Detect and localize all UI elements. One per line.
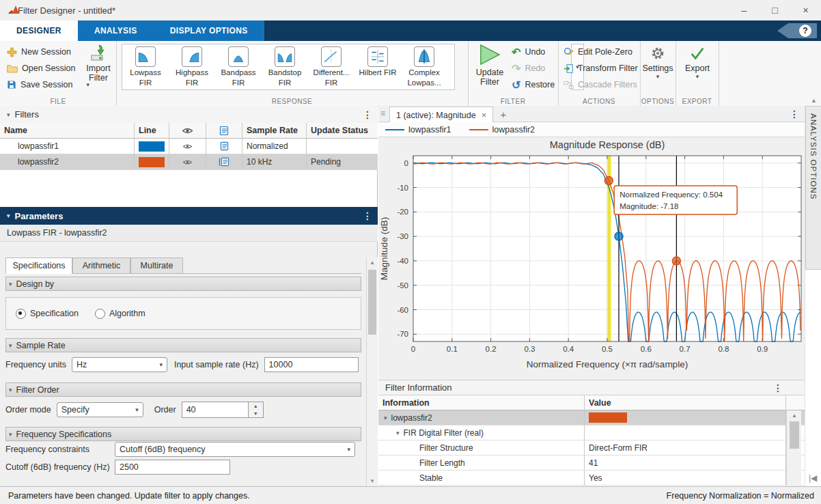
filter-order-title: Filter Order: [16, 385, 59, 395]
line-color-swatch[interactable]: [139, 141, 165, 152]
annotation-cell[interactable]: [206, 154, 242, 170]
frequency-specs-header[interactable]: ▾ Frequency Specifications: [5, 427, 361, 441]
update-filter-button[interactable]: Update Filter: [472, 44, 507, 87]
svg-text:-10: -10: [397, 184, 408, 192]
filters-collapse-icon[interactable]: ▾: [7, 111, 10, 118]
info-row-lowpassfir2[interactable]: ▾ lowpassfir2: [378, 410, 805, 425]
new-session-button[interactable]: New Session: [7, 45, 71, 59]
line-color-cell[interactable]: [135, 139, 169, 154]
update-filter-icon: [478, 44, 501, 66]
svg-text:0.7: 0.7: [680, 345, 691, 353]
radio-algorithm[interactable]: Algorithm: [95, 309, 145, 319]
filter-name: lowpassfir1: [0, 139, 135, 154]
open-session-button[interactable]: Open Session: [7, 61, 76, 75]
frequency-constraints-row: Frequency constraints Cutoff (6dB) frequ…: [5, 445, 361, 454]
scroll-up-icon[interactable]: ▲: [367, 257, 378, 268]
filter-row-lowpassfir1[interactable]: lowpassfir1 Normalized: [0, 139, 378, 154]
filter-order-header[interactable]: ▾ Filter Order: [5, 382, 361, 397]
close-tab-icon[interactable]: ×: [482, 110, 487, 120]
tab-analysis[interactable]: ANALYSIS: [78, 20, 154, 41]
close-icon: ×: [803, 5, 808, 16]
gallery-item-differentiator-fir[interactable]: Different... FIR: [308, 44, 354, 88]
undo-button[interactable]: ↶ Undo: [512, 45, 545, 59]
gallery-item-bandpass-fir[interactable]: Bandpass FIR: [215, 44, 262, 88]
filter-info-menu-icon[interactable]: ⋮: [773, 382, 783, 393]
cutoff-frequency-field[interactable]: 2500: [115, 460, 230, 475]
settings-button[interactable]: Settings ▾: [641, 45, 674, 80]
restore-button[interactable]: ↺ Restore: [512, 78, 555, 92]
panel-grip-icon[interactable]: ≡: [380, 109, 385, 118]
dock-left-icon[interactable]: |◀: [809, 473, 817, 483]
tab-display-options[interactable]: DISPLAY OPTIONS: [154, 20, 264, 41]
gallery-item-hilbert-fir[interactable]: Hilbert FIR: [354, 44, 401, 88]
transform-filter-button[interactable]: Transform Filter: [563, 61, 638, 75]
parameters-collapse-icon[interactable]: ▾: [7, 212, 10, 219]
svg-text:0.5: 0.5: [602, 345, 613, 353]
svg-text:Magnitude: -7.18: Magnitude: -7.18: [620, 202, 678, 210]
close-button[interactable]: ×: [790, 0, 821, 20]
tab-designer[interactable]: DESIGNER: [0, 20, 78, 41]
info-row-filter-structure[interactable]: Filter Structure Direct-Form FIR: [378, 440, 805, 456]
visibility-cell[interactable]: [169, 139, 206, 154]
update-filter-label1: Update: [472, 68, 507, 77]
import-filter-button[interactable]: Import Filter: [82, 44, 115, 83]
gallery-item-lowpass-fir[interactable]: Lowpass FIR: [122, 44, 169, 88]
gallery-item-complex-lowpass[interactable]: Complex Lowpas...: [401, 44, 447, 88]
annotation-cell[interactable]: [206, 139, 242, 154]
parameters-menu-icon[interactable]: ⋮: [363, 210, 372, 221]
save-session-button[interactable]: Save Session ▾: [7, 78, 89, 92]
help-button[interactable]: ?: [777, 23, 817, 38]
design-by-header[interactable]: ▾ Design by: [5, 277, 361, 291]
order-field[interactable]: 40: [182, 402, 249, 418]
plot-tab-bar: ≡ 1 (active): Magnitude × + ⋮: [378, 106, 805, 122]
svg-text:-60: -60: [397, 306, 408, 314]
input-sample-rate-field[interactable]: 10000: [264, 357, 359, 372]
scroll-up-icon[interactable]: ▲: [787, 410, 802, 421]
tree-expand-icon[interactable]: ▾: [396, 430, 400, 436]
scrollbar-thumb[interactable]: [790, 421, 799, 449]
edit-pole-zero-button[interactable]: Edit Pole-Zero: [563, 45, 632, 59]
analysis-options-tab[interactable]: ANALYSIS OPTIONS: [805, 106, 821, 270]
tab-arithmetic[interactable]: Arithmetic: [72, 257, 130, 274]
design-by-title: Design by: [16, 279, 55, 289]
scroll-down-icon[interactable]: ▼: [367, 476, 378, 486]
info-label-cell: ▾ FIR Digital Filter (real): [378, 425, 585, 440]
info-row-stable[interactable]: Stable Yes: [378, 471, 805, 486]
cascade-filters-button[interactable]: Cascade Filters: [563, 78, 637, 92]
radio-specification[interactable]: Specification: [16, 309, 79, 319]
parameters-scrollbar[interactable]: ▲ ▼: [366, 257, 378, 486]
gallery-item-bandstop-fir[interactable]: Bandstop FIR: [262, 44, 308, 88]
spinner-up-icon[interactable]: ▲: [249, 402, 263, 410]
order-mode-dropdown[interactable]: Specify ▾: [57, 402, 143, 417]
frequency-units-dropdown[interactable]: Hz ▾: [72, 357, 167, 372]
order-label: Order: [154, 405, 176, 415]
visibility-cell[interactable]: [169, 154, 206, 170]
magnitude-response-chart[interactable]: 00.10.20.30.40.50.60.70.80.90-10-20-30-4…: [378, 137, 805, 380]
sample-rate-header[interactable]: ▾ Sample Rate: [5, 338, 361, 352]
filters-menu-icon[interactable]: ⋮: [363, 109, 372, 120]
tab-multirate[interactable]: Multirate: [130, 257, 183, 274]
info-row-fir-digital-filter[interactable]: ▾ FIR Digital Filter (real): [378, 425, 805, 440]
gallery-item-highpass-fir[interactable]: Highpass FIR: [169, 44, 215, 88]
col-update-status: Update Status: [307, 123, 378, 139]
tab-specifications[interactable]: Specifications: [5, 257, 72, 274]
ribbon-collapse-icon[interactable]: ▲: [811, 97, 817, 104]
add-plot-tab-button[interactable]: +: [496, 107, 511, 121]
export-button[interactable]: Export ▾: [681, 45, 714, 80]
info-row-filter-length[interactable]: Filter Length 41: [378, 456, 805, 471]
filter-row-lowpassfir2[interactable]: lowpassfir2 10 kHz Pending: [0, 154, 378, 170]
scrollbar-thumb[interactable]: [368, 270, 376, 335]
matlab-logo-icon: [8, 5, 20, 18]
line-color-cell[interactable]: [135, 154, 169, 170]
plot-menu-icon[interactable]: ⋮: [790, 109, 799, 120]
minimize-button[interactable]: –: [729, 0, 760, 20]
svg-text:0: 0: [411, 345, 415, 353]
tree-expand-icon[interactable]: ▾: [384, 415, 387, 421]
plot-tab-magnitude[interactable]: 1 (active): Magnitude ×: [389, 107, 493, 123]
line-color-swatch[interactable]: [139, 157, 165, 167]
maximize-button[interactable]: □: [760, 0, 790, 20]
frequency-constraints-dropdown[interactable]: Cutoff (6dB) frequency ▾: [115, 442, 355, 457]
redo-button[interactable]: ↷ Redo: [512, 61, 545, 75]
edit-pole-zero-label: Edit Pole-Zero: [578, 47, 632, 57]
spinner-down-icon[interactable]: ▼: [249, 410, 263, 417]
